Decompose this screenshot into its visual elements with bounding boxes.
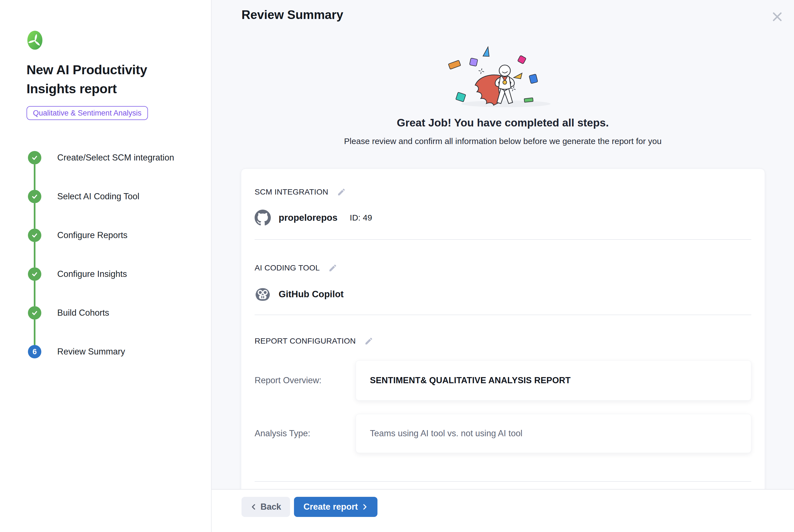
edit-scm-icon[interactable] [337,187,346,197]
step-configure-reports[interactable]: Configure Reports [28,229,174,242]
step-label: Review Summary [57,347,125,357]
divider [254,481,751,482]
report-overview-label: Report Overview: [254,375,356,385]
check-icon [31,193,39,201]
wizard-footer: Back Create report [212,489,794,532]
edit-report-config-icon[interactable] [364,336,374,346]
step-review-summary[interactable]: 6 Review Summary [28,345,174,358]
step-done-circle [28,306,41,320]
confetti-blue-square [529,74,538,83]
step-select-ai-tool[interactable]: Select AI Coding Tool [28,190,174,203]
confetti-yellow-triangle [514,73,522,79]
step-build-cohorts[interactable]: Build Cohorts [28,306,174,320]
github-icon [254,210,271,226]
check-icon [31,231,39,239]
step-current-circle: 6 [28,345,41,358]
confetti-orange [448,60,461,69]
report-title: New AI Productivity Insights report [26,60,191,98]
analysis-type-value-box: Teams using AI tool vs. not using AI too… [356,414,751,453]
step-done-circle [28,229,41,242]
scm-section-label: SCM INTEGRATION [254,188,328,196]
confetti-blue-triangle [483,47,489,56]
create-report-button[interactable]: Create report [294,497,377,517]
report-config-section-label: REPORT CONFIGURATION [254,337,356,345]
hero-figure [495,65,514,103]
create-report-label: Create report [303,502,358,512]
step-label: Configure Insights [57,269,127,279]
confetti-teal [456,92,466,102]
confetti-green [524,98,533,102]
completion-heading: Great Job! You have completed all steps. [212,117,794,129]
step-label: Build Cohorts [57,308,109,318]
divider [254,315,751,315]
step-create-select-scm[interactable]: Create/Select SCM integration [28,151,174,165]
report-overview-value: SENTIMENT& QUALITATIVE ANALYSIS REPORT [370,375,571,385]
step-done-circle [28,267,41,281]
summary-card: SCM INTEGRATION propelorepos ID: 49 AI C… [241,169,765,532]
confetti-purple [470,58,478,66]
ai-tool-name: GitHub Copilot [279,289,344,300]
step-label: Create/Select SCM integration [57,153,174,163]
chevron-right-icon [362,504,368,510]
step-configure-insights[interactable]: Configure Insights [28,267,174,281]
github-copilot-icon [254,286,271,302]
step-number: 6 [32,347,37,356]
step-label: Configure Reports [57,230,128,240]
back-button-label: Back [261,502,281,512]
wizard-sidebar: New AI Productivity Insights report Qual… [0,0,212,532]
chevron-left-icon [250,504,257,510]
report-type-badge: Qualitative & Sentiment Analysis [26,106,148,120]
celebration-illustration [447,43,569,108]
panel-title: Review Summary [242,8,343,22]
ai-tool-section-label: AI CODING TOOL [254,264,320,272]
step-label: Select AI Coding Tool [57,191,139,202]
analysis-type-label: Analysis Type: [254,429,356,438]
check-icon [31,270,39,278]
propelo-logo [27,31,42,51]
review-summary-panel: Review Summary [212,0,794,532]
report-overview-value-box: SENTIMENT& QUALITATIVE ANALYSIS REPORT [356,360,751,401]
wizard-steps: Create/Select SCM integration Select AI … [28,151,174,358]
close-icon[interactable] [771,10,784,23]
check-icon [31,154,39,162]
back-button[interactable]: Back [242,497,290,517]
divider [254,239,751,240]
completion-subheading: Please review and confirm all informatio… [212,136,794,146]
confetti-pink [517,55,526,64]
step-done-circle [28,151,41,165]
step-done-circle [28,190,41,203]
analysis-type-value: Teams using AI tool vs. not using AI too… [370,429,522,438]
scm-integration-name: propelorepos [279,212,338,223]
scm-integration-id: ID: 49 [350,213,372,223]
check-icon [31,309,39,317]
edit-ai-tool-icon[interactable] [328,263,338,273]
